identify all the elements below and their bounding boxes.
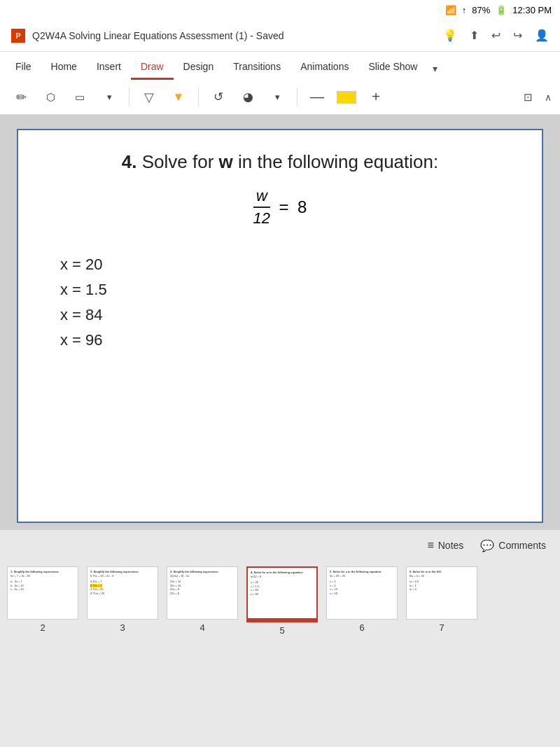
color-swatch bbox=[337, 91, 356, 104]
slide-equation: w 12 = 8 bbox=[46, 187, 514, 228]
toolbar-divider-1 bbox=[129, 88, 130, 107]
thumbnail-4[interactable]: 3. Simplify the following expression: 2(… bbox=[167, 566, 238, 636]
thumb-number-3: 3 bbox=[120, 622, 125, 633]
question-text: Solve for bbox=[142, 151, 219, 172]
status-bar: 📶 ↑ 87% 🔋 12:30 PM bbox=[0, 0, 560, 20]
equation-value: 8 bbox=[298, 197, 307, 216]
thumbnail-3[interactable]: 2. Simplify the following expression: 0.… bbox=[87, 566, 158, 636]
title-bar-actions[interactable]: 💡 ⬆ ↩ ↪ 👤 bbox=[443, 29, 549, 42]
tab-animations[interactable]: Animations bbox=[290, 55, 358, 80]
redo-icon[interactable]: ↪ bbox=[513, 29, 522, 42]
thumbnail-2[interactable]: 1. Simplify the following expression: 6x… bbox=[7, 566, 78, 636]
idea-icon[interactable]: 💡 bbox=[443, 29, 457, 42]
pen-tool-button[interactable]: ✏ bbox=[8, 85, 34, 110]
thumb-number-2: 2 bbox=[40, 622, 45, 633]
thumb-box-3[interactable]: 2. Simplify the following expression: 0.… bbox=[87, 566, 158, 620]
question-end: in the following equation: bbox=[238, 151, 438, 172]
toolbar-divider-3 bbox=[297, 88, 298, 107]
thumbnails-row: 1. Simplify the following expression: 6x… bbox=[0, 561, 560, 636]
clock: 12:30 PM bbox=[512, 5, 552, 15]
slide-main[interactable]: 4. Solve for w in the following equation… bbox=[17, 129, 543, 523]
document-title: Q2W4A Solving Linear Equations Assessmen… bbox=[32, 30, 284, 41]
battery-icon: 🔋 bbox=[496, 5, 507, 15]
thumbnail-6[interactable]: 5. Solve for x in the following equation… bbox=[326, 566, 398, 636]
draw-toolbar: ✏ ⬡ ▭ ▾ ▽ ▼ ↺ ◕ ▾ — + ⊡ ∧ bbox=[0, 80, 560, 115]
thumb-number-4: 4 bbox=[200, 622, 204, 633]
wifi-icon: 📶 bbox=[445, 5, 456, 15]
more-tabs-icon[interactable]: ▾ bbox=[427, 57, 443, 80]
undo-circle-button[interactable]: ↺ bbox=[206, 85, 231, 110]
thumb-number-7: 7 bbox=[439, 622, 444, 633]
thumbnail-7[interactable]: 6. Solve for w in the foll: 8w + 4 = 32 … bbox=[406, 566, 477, 636]
upload-icon: ↑ bbox=[462, 5, 467, 15]
answer-1: x = 20 bbox=[60, 256, 514, 274]
thumb-number-5: 5 bbox=[279, 625, 284, 636]
fraction-denominator: 12 bbox=[253, 208, 270, 228]
chart-dropdown[interactable]: ▾ bbox=[265, 85, 290, 110]
ribbon-tabs: File Home Insert Draw Design Transitions… bbox=[0, 52, 560, 80]
comments-label: Comments bbox=[498, 540, 546, 551]
chart-button[interactable]: ◕ bbox=[235, 85, 260, 110]
share-icon[interactable]: ⬆ bbox=[470, 29, 479, 42]
thumb-content-2: 1. Simplify the following expression: 6x… bbox=[10, 570, 75, 592]
toolbar-divider-2 bbox=[198, 88, 199, 107]
bottom-bar: ≡ Notes 💬 Comments bbox=[0, 530, 560, 561]
notes-label: Notes bbox=[438, 540, 464, 551]
thumb-box-4[interactable]: 3. Simplify the following expression: 2(… bbox=[167, 566, 238, 620]
thumb-number-6: 6 bbox=[359, 622, 364, 633]
answer-3: x = 84 bbox=[60, 306, 514, 324]
toolbar-right: ⊡ ∧ bbox=[515, 85, 552, 110]
equation-fraction: w 12 bbox=[253, 187, 270, 228]
question-number: 4. bbox=[122, 151, 137, 172]
tab-home[interactable]: Home bbox=[41, 55, 87, 80]
title-bar: P Q2W4A Solving Linear Equations Assessm… bbox=[0, 20, 560, 52]
triangle-tool-button[interactable]: ▽ bbox=[136, 85, 162, 110]
eraser-tool-button[interactable]: ▭ bbox=[67, 85, 92, 110]
thumb-content-3: 2. Simplify the following expression: 0.… bbox=[90, 570, 155, 596]
ribbon-collapse-button[interactable]: ∧ bbox=[545, 92, 552, 103]
canvas-area: 4. Solve for w in the following equation… bbox=[0, 115, 560, 530]
answer-2: x = 1.5 bbox=[60, 281, 514, 299]
lasso-tool-button[interactable]: ⬡ bbox=[38, 85, 63, 110]
thumb-content-5: 4. Solve for w in the following equation… bbox=[251, 571, 314, 596]
thumb-box-6[interactable]: 5. Solve for x in the following equation… bbox=[326, 566, 398, 620]
tab-draw[interactable]: Draw bbox=[131, 55, 174, 80]
slide-question: 4. Solve for w in the following equation… bbox=[46, 151, 514, 173]
notes-icon: ≡ bbox=[427, 539, 433, 552]
thumb-active-bar-5 bbox=[246, 620, 318, 622]
plus-button[interactable]: + bbox=[363, 85, 388, 110]
comments-icon: 💬 bbox=[480, 539, 494, 552]
undo-icon[interactable]: ↩ bbox=[491, 29, 500, 42]
thumb-box-7[interactable]: 6. Solve for w in the foll: 8w + 4 = 32 … bbox=[406, 566, 477, 620]
tab-slideshow[interactable]: Slide Show bbox=[358, 55, 427, 80]
status-icons: 📶 ↑ 87% 🔋 12:30 PM bbox=[445, 5, 552, 15]
thumb-content-4: 3. Simplify the following expression: 2(… bbox=[170, 570, 234, 596]
notes-button[interactable]: ≡ Notes bbox=[427, 539, 463, 552]
comments-button[interactable]: 💬 Comments bbox=[480, 539, 546, 552]
title-bar-left: P Q2W4A Solving Linear Equations Assessm… bbox=[11, 29, 284, 43]
color-swatch-button[interactable] bbox=[334, 85, 359, 110]
thumb-box-2[interactable]: 1. Simplify the following expression: 6x… bbox=[7, 566, 78, 620]
thumb-box-5[interactable]: 4. Solve for w in the following equation… bbox=[246, 566, 318, 620]
answer-4: x = 96 bbox=[60, 331, 514, 349]
highlighter-button[interactable]: ▼ bbox=[166, 85, 191, 110]
account-icon[interactable]: 👤 bbox=[535, 29, 549, 42]
question-variable: w bbox=[219, 151, 233, 172]
fraction-numerator: w bbox=[253, 187, 270, 208]
present-icon-button[interactable]: ⊡ bbox=[515, 85, 540, 110]
slide-answers: x = 20 x = 1.5 x = 84 x = 96 bbox=[46, 256, 514, 349]
thumb-content-6: 5. Solve for x in the following equation… bbox=[330, 570, 394, 596]
minus-button[interactable]: — bbox=[304, 85, 330, 110]
tab-insert[interactable]: Insert bbox=[87, 55, 131, 80]
tool-dropdown-1[interactable]: ▾ bbox=[97, 85, 122, 110]
tab-transitions[interactable]: Transitions bbox=[223, 55, 290, 80]
tab-file[interactable]: File bbox=[6, 55, 41, 80]
equals-sign: = bbox=[279, 197, 289, 216]
app-logo: P bbox=[11, 29, 25, 43]
tab-design[interactable]: Design bbox=[174, 55, 224, 80]
battery-percent: 87% bbox=[472, 5, 490, 15]
thumbnail-5[interactable]: 4. Solve for w in the following equation… bbox=[246, 566, 318, 636]
thumb-content-7: 6. Solve for w in the foll: 8w + 4 = 32 … bbox=[410, 570, 474, 592]
